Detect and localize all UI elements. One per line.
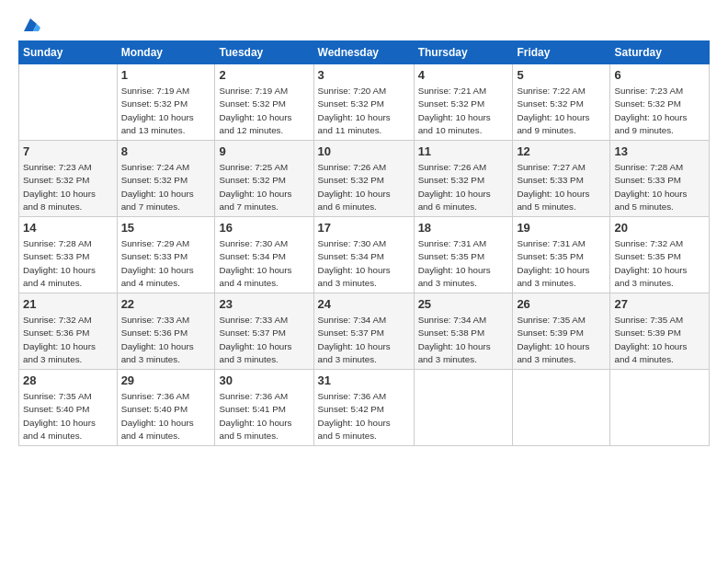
calendar-cell: 25Sunrise: 7:34 AM Sunset: 5:38 PM Dayli… <box>414 293 513 370</box>
day-number: 10 <box>318 144 410 160</box>
day-number: 19 <box>517 220 606 236</box>
day-info: Sunrise: 7:31 AM Sunset: 5:35 PM Dayligh… <box>517 237 606 290</box>
calendar-cell <box>19 64 118 141</box>
day-info: Sunrise: 7:23 AM Sunset: 5:32 PM Dayligh… <box>23 161 113 213</box>
calendar-cell: 2Sunrise: 7:19 AM Sunset: 5:32 PM Daylig… <box>215 64 313 141</box>
day-number: 20 <box>614 220 705 236</box>
calendar-cell: 3Sunrise: 7:20 AM Sunset: 5:32 PM Daylig… <box>313 64 414 141</box>
day-info: Sunrise: 7:36 AM Sunset: 5:41 PM Dayligh… <box>219 390 309 442</box>
day-number: 27 <box>614 296 705 313</box>
day-number: 28 <box>23 373 113 389</box>
day-info: Sunrise: 7:27 AM Sunset: 5:33 PM Dayligh… <box>517 161 606 213</box>
day-info: Sunrise: 7:35 AM Sunset: 5:39 PM Dayligh… <box>614 314 705 366</box>
day-info: Sunrise: 7:24 AM Sunset: 5:32 PM Dayligh… <box>121 161 211 213</box>
calendar-cell: 26Sunrise: 7:35 AM Sunset: 5:39 PM Dayli… <box>513 293 610 370</box>
day-number: 14 <box>23 220 113 236</box>
day-number: 25 <box>418 296 509 313</box>
day-info: Sunrise: 7:35 AM Sunset: 5:39 PM Dayligh… <box>517 314 606 366</box>
day-info: Sunrise: 7:32 AM Sunset: 5:36 PM Dayligh… <box>23 314 113 366</box>
calendar-cell: 13Sunrise: 7:28 AM Sunset: 5:33 PM Dayli… <box>610 141 710 217</box>
calendar-cell: 8Sunrise: 7:24 AM Sunset: 5:32 PM Daylig… <box>117 141 215 217</box>
day-number: 31 <box>318 373 410 389</box>
calendar-week-row: 14Sunrise: 7:28 AM Sunset: 5:33 PM Dayli… <box>19 217 710 293</box>
calendar-cell: 1Sunrise: 7:19 AM Sunset: 5:32 PM Daylig… <box>117 64 215 141</box>
weekday-header: Saturday <box>610 41 710 64</box>
calendar-cell: 17Sunrise: 7:30 AM Sunset: 5:34 PM Dayli… <box>313 217 414 293</box>
day-info: Sunrise: 7:36 AM Sunset: 5:42 PM Dayligh… <box>318 390 410 442</box>
weekday-header: Tuesday <box>215 41 313 64</box>
calendar-cell <box>414 370 513 446</box>
day-number: 6 <box>614 67 705 84</box>
day-info: Sunrise: 7:34 AM Sunset: 5:37 PM Dayligh… <box>318 314 410 366</box>
day-number: 23 <box>219 296 309 313</box>
day-info: Sunrise: 7:22 AM Sunset: 5:32 PM Dayligh… <box>517 85 606 137</box>
calendar-cell: 6Sunrise: 7:23 AM Sunset: 5:32 PM Daylig… <box>610 64 710 141</box>
calendar-cell <box>513 370 610 446</box>
calendar-cell: 21Sunrise: 7:32 AM Sunset: 5:36 PM Dayli… <box>19 293 118 370</box>
weekday-header: Monday <box>117 41 215 64</box>
day-info: Sunrise: 7:36 AM Sunset: 5:40 PM Dayligh… <box>121 390 211 442</box>
day-info: Sunrise: 7:33 AM Sunset: 5:37 PM Dayligh… <box>219 314 309 366</box>
calendar-cell: 23Sunrise: 7:33 AM Sunset: 5:37 PM Dayli… <box>215 293 313 370</box>
day-number: 26 <box>517 296 606 313</box>
day-info: Sunrise: 7:35 AM Sunset: 5:40 PM Dayligh… <box>23 390 113 442</box>
day-info: Sunrise: 7:33 AM Sunset: 5:36 PM Dayligh… <box>121 314 211 366</box>
page: SundayMondayTuesdayWednesdayThursdayFrid… <box>0 0 728 563</box>
day-info: Sunrise: 7:29 AM Sunset: 5:33 PM Dayligh… <box>121 237 211 290</box>
calendar-cell: 18Sunrise: 7:31 AM Sunset: 5:35 PM Dayli… <box>414 217 513 293</box>
day-number: 29 <box>121 373 211 389</box>
day-number: 24 <box>318 296 410 313</box>
logo <box>18 15 40 31</box>
day-info: Sunrise: 7:28 AM Sunset: 5:33 PM Dayligh… <box>614 161 705 213</box>
calendar-cell: 4Sunrise: 7:21 AM Sunset: 5:32 PM Daylig… <box>414 64 513 141</box>
calendar-cell: 12Sunrise: 7:27 AM Sunset: 5:33 PM Dayli… <box>513 141 610 217</box>
calendar-cell: 28Sunrise: 7:35 AM Sunset: 5:40 PM Dayli… <box>19 370 118 446</box>
calendar-cell: 20Sunrise: 7:32 AM Sunset: 5:35 PM Dayli… <box>610 217 710 293</box>
calendar-cell: 14Sunrise: 7:28 AM Sunset: 5:33 PM Dayli… <box>19 217 118 293</box>
calendar-cell: 27Sunrise: 7:35 AM Sunset: 5:39 PM Dayli… <box>610 293 710 370</box>
weekday-header: Friday <box>513 41 610 64</box>
day-number: 4 <box>418 67 509 84</box>
day-number: 18 <box>418 220 509 236</box>
day-info: Sunrise: 7:26 AM Sunset: 5:32 PM Dayligh… <box>418 161 509 213</box>
header <box>18 15 710 31</box>
calendar-cell: 22Sunrise: 7:33 AM Sunset: 5:36 PM Dayli… <box>117 293 215 370</box>
day-number: 11 <box>418 144 509 160</box>
day-number: 17 <box>318 220 410 236</box>
day-number: 5 <box>517 67 606 84</box>
calendar-cell: 10Sunrise: 7:26 AM Sunset: 5:32 PM Dayli… <box>313 141 414 217</box>
calendar-week-row: 7Sunrise: 7:23 AM Sunset: 5:32 PM Daylig… <box>19 141 710 217</box>
calendar-header-row: SundayMondayTuesdayWednesdayThursdayFrid… <box>19 41 710 64</box>
day-number: 12 <box>517 144 606 160</box>
logo-icon <box>20 15 40 35</box>
day-number: 13 <box>614 144 705 160</box>
weekday-header: Sunday <box>19 41 118 64</box>
calendar-cell: 5Sunrise: 7:22 AM Sunset: 5:32 PM Daylig… <box>513 64 610 141</box>
day-number: 1 <box>121 67 211 84</box>
day-info: Sunrise: 7:34 AM Sunset: 5:38 PM Dayligh… <box>418 314 509 366</box>
calendar-body: 1Sunrise: 7:19 AM Sunset: 5:32 PM Daylig… <box>19 64 710 446</box>
weekday-header: Wednesday <box>313 41 414 64</box>
calendar-cell: 16Sunrise: 7:30 AM Sunset: 5:34 PM Dayli… <box>215 217 313 293</box>
day-info: Sunrise: 7:23 AM Sunset: 5:32 PM Dayligh… <box>614 85 705 137</box>
calendar-cell: 15Sunrise: 7:29 AM Sunset: 5:33 PM Dayli… <box>117 217 215 293</box>
calendar-cell <box>610 370 710 446</box>
calendar-cell: 9Sunrise: 7:25 AM Sunset: 5:32 PM Daylig… <box>215 141 313 217</box>
day-number: 8 <box>121 144 211 160</box>
weekday-header: Thursday <box>414 41 513 64</box>
day-number: 22 <box>121 296 211 313</box>
calendar-cell: 30Sunrise: 7:36 AM Sunset: 5:41 PM Dayli… <box>215 370 313 446</box>
calendar-table: SundayMondayTuesdayWednesdayThursdayFrid… <box>18 40 710 446</box>
day-info: Sunrise: 7:31 AM Sunset: 5:35 PM Dayligh… <box>418 237 509 290</box>
day-info: Sunrise: 7:30 AM Sunset: 5:34 PM Dayligh… <box>318 237 410 290</box>
calendar-cell: 19Sunrise: 7:31 AM Sunset: 5:35 PM Dayli… <box>513 217 610 293</box>
day-number: 2 <box>219 67 309 84</box>
calendar-cell: 7Sunrise: 7:23 AM Sunset: 5:32 PM Daylig… <box>19 141 118 217</box>
day-info: Sunrise: 7:19 AM Sunset: 5:32 PM Dayligh… <box>121 85 211 137</box>
calendar-cell: 24Sunrise: 7:34 AM Sunset: 5:37 PM Dayli… <box>313 293 414 370</box>
day-info: Sunrise: 7:19 AM Sunset: 5:32 PM Dayligh… <box>219 85 309 137</box>
day-info: Sunrise: 7:20 AM Sunset: 5:32 PM Dayligh… <box>318 85 410 137</box>
calendar-cell: 31Sunrise: 7:36 AM Sunset: 5:42 PM Dayli… <box>313 370 414 446</box>
calendar-cell: 11Sunrise: 7:26 AM Sunset: 5:32 PM Dayli… <box>414 141 513 217</box>
day-number: 7 <box>23 144 113 160</box>
